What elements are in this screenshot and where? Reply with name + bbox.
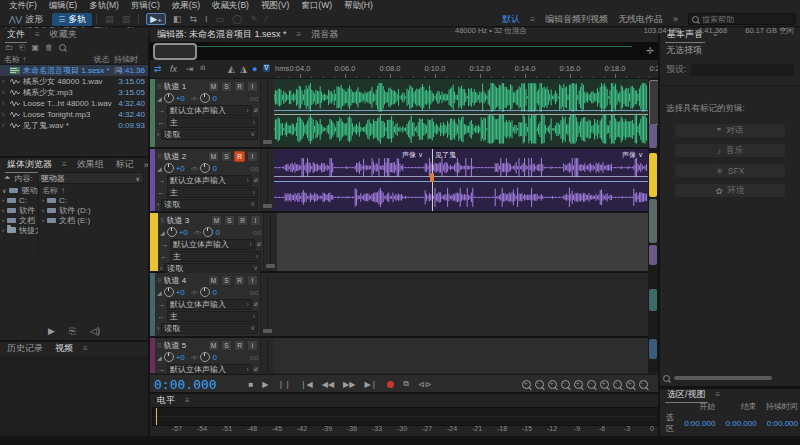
record-arm-button[interactable]: R (237, 215, 248, 226)
tag-button-对话[interactable]: ❞对话 (674, 123, 786, 138)
zoom-in-left-icon[interactable]: + (548, 380, 557, 389)
view-range-handle[interactable] (153, 43, 197, 60)
track-lane[interactable] (274, 273, 658, 336)
output-selector[interactable]: 主› (167, 117, 258, 128)
drive-chevron-icon[interactable]: › (42, 217, 44, 223)
input-selector[interactable]: 默认立体声输入› (167, 364, 252, 374)
navigator-options-icon[interactable]: ✛ (646, 46, 654, 56)
menu-item[interactable]: 编辑(E) (44, 0, 82, 12)
menu-item[interactable]: 文件(F) (4, 0, 42, 12)
automation-expand-icon[interactable]: › (160, 265, 162, 272)
zoom-reset-icon[interactable]: - (639, 380, 648, 389)
zoom-out-full-icon[interactable]: - (587, 380, 596, 389)
track-fader[interactable] (260, 149, 274, 211)
output-selector[interactable]: 主› (167, 187, 258, 198)
insert-into-multitrack-icon[interactable]: ⎘ (69, 326, 76, 337)
drive-row[interactable]: ›软件 (D:) (42, 205, 148, 215)
sv-value[interactable]: 0:00.000 (676, 412, 717, 434)
expand-chevron-icon[interactable]: › (2, 100, 10, 107)
column-duration[interactable]: 持续时间 (114, 54, 144, 64)
mute-button[interactable]: M (211, 215, 222, 226)
zoom-in-right-icon[interactable]: - (561, 380, 570, 389)
expand-chevron-icon[interactable]: › (2, 78, 10, 85)
monitor-input-button[interactable]: I (247, 340, 258, 351)
volume-knob[interactable] (167, 227, 177, 237)
workspace-radio[interactable]: 无线电作品 (618, 13, 663, 26)
volume-knob[interactable] (164, 93, 174, 103)
volume-knob[interactable] (164, 287, 174, 297)
monitor-toggle-icon[interactable]: ● (252, 64, 257, 74)
sv-value[interactable]: 0:19.834 (717, 434, 758, 436)
volume-value[interactable]: +0 (179, 228, 188, 237)
volume-knob[interactable] (164, 352, 174, 362)
column-status[interactable]: 状态 (94, 54, 115, 64)
content-dropdown[interactable]: 驱动器 ∨ (37, 172, 144, 184)
input-monitor-off-icon[interactable]: ⌀ (257, 240, 261, 248)
pan-value[interactable]: 0 (212, 94, 216, 103)
lasso-tool-icon[interactable]: ◯ (228, 14, 246, 24)
tab-files[interactable]: 文件 (5, 28, 27, 43)
files-search-icon[interactable] (59, 44, 66, 51)
expand-chevron-icon[interactable]: › (2, 111, 10, 118)
input-monitor-off-icon[interactable]: ⌀ (254, 300, 258, 308)
file-row[interactable]: ›见了鬼.wav *0:09.93 (0, 120, 148, 131)
track-fader[interactable] (260, 273, 274, 336)
solo-button[interactable]: S (221, 340, 232, 351)
track-name[interactable]: 轨道 1 (163, 81, 186, 92)
sv-value[interactable]: 0:00.000 (717, 412, 758, 434)
preview-play-icon[interactable]: ▶ (48, 326, 55, 337)
input-selector[interactable]: 默认立体声输入› (167, 175, 252, 186)
tab-video[interactable]: 视频 (53, 342, 75, 357)
tree-chevron-icon[interactable]: › (2, 207, 4, 213)
track-fader[interactable] (260, 338, 274, 373)
tag-button-环境[interactable]: ✿环境 (674, 183, 786, 198)
input-monitor-off-icon[interactable]: ⌀ (254, 176, 258, 184)
up-level-icon[interactable]: ⏶ (4, 173, 10, 183)
output-selector[interactable]: 主› (170, 251, 261, 262)
track-drag-handle-icon[interactable]: ⠿ (157, 277, 161, 284)
track-header[interactable]: ⠿轨道 2MSRI◢+0◁▷0⊙0→默认立体声输入›⌀←主››读取∨ (155, 149, 260, 211)
automation-mode-selector[interactable]: 读取∨ (164, 263, 261, 274)
volume-knob[interactable] (164, 163, 174, 173)
open-file-icon[interactable]: 🗀 (5, 43, 13, 52)
go-to-end-button[interactable]: ▶❘ (360, 380, 382, 389)
track-lane[interactable] (274, 338, 658, 373)
mute-button[interactable]: M (208, 340, 219, 351)
time-selection-tool-icon[interactable]: I (201, 14, 212, 24)
play-button[interactable]: ▶ (258, 380, 273, 389)
workspace-menu-icon[interactable]: ≡ (530, 15, 535, 24)
track-header[interactable]: ⠿轨道 4MSRI◢+0◁▷0⊙0→默认立体声输入›⌀←主››读取∨ (155, 273, 260, 336)
fader-handle[interactable] (263, 204, 272, 208)
workspace-default[interactable]: 默认 (502, 13, 520, 26)
volume-envelope-line[interactable] (274, 110, 658, 111)
spectral-display-icon[interactable]: ▤ (101, 14, 118, 24)
file-row[interactable]: ›橘系少女.mp33:15.05 (0, 87, 148, 98)
zoom-in-point-icon[interactable]: + (522, 380, 531, 389)
mute-button[interactable]: M (208, 81, 219, 92)
record-arm-button[interactable]: R (234, 151, 245, 162)
pan-value[interactable]: 0 (212, 288, 216, 297)
fx-icon[interactable]: fx (170, 64, 177, 74)
files-panel-menu-icon[interactable]: ≡ (35, 30, 40, 39)
tree-item[interactable]: ›文档 (2, 215, 38, 225)
pan-knob[interactable] (200, 163, 210, 173)
new-item-icon[interactable]: ▣ (31, 43, 39, 52)
mute-button[interactable]: M (208, 151, 219, 162)
solo-button[interactable]: S (224, 215, 235, 226)
track-lane[interactable] (274, 79, 658, 147)
fader-handle[interactable] (266, 264, 275, 268)
marquee-tool-icon[interactable]: ▭ (212, 14, 229, 24)
pan-knob[interactable] (203, 227, 213, 237)
record-arm-button[interactable]: R (234, 81, 245, 92)
solo-button[interactable]: S (221, 81, 232, 92)
tree-chevron-icon[interactable]: ∨ (2, 187, 6, 194)
menu-item[interactable]: 效果(S) (167, 0, 205, 12)
automation-expand-icon[interactable]: › (157, 325, 159, 332)
spot-heal-tool-icon[interactable]: ⁄ (262, 14, 272, 24)
loop-playback-icon[interactable]: ⧉ (399, 379, 414, 389)
input-selector[interactable]: 默认立体声输入› (167, 105, 252, 116)
output-selector[interactable]: 主› (167, 311, 258, 322)
tree-item[interactable]: ›快捷方式 (2, 225, 38, 235)
track-drag-handle-icon[interactable]: ⠿ (157, 153, 161, 160)
playhead-time-display[interactable]: 0:00.000 (150, 377, 244, 392)
